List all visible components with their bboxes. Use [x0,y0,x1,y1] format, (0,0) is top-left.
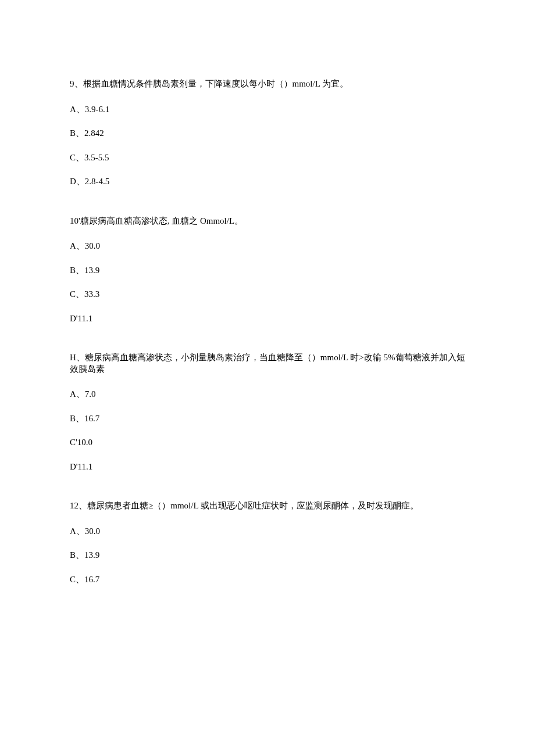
option-c: C'10.0 [70,437,465,449]
question-prompt: 10'糖尿病高血糖高渗状态, 血糖之 Ommol/L。 [70,216,465,227]
question-prompt: 12、糖尿病患者血糖≥（）mmol/L 或出现恶心呕吐症状时，应监测尿酮体，及时… [70,500,465,512]
option-b: B、2.842 [70,128,465,139]
option-c: C、16.7 [70,574,465,586]
option-d: D、2.8-4.5 [70,176,465,188]
page-content: 9、根据血糖情况条件胰岛素剂量，下降速度以每小时（）mmol/L 为宜。 A、3… [0,0,535,648]
option-a: A、7.0 [70,389,465,400]
option-d: D'11.1 [70,313,465,325]
option-d: D'11.1 [70,461,465,473]
question-10: 10'糖尿病高血糖高渗状态, 血糖之 Ommol/L。 A、30.0 B、13.… [70,216,465,325]
option-c: C、3.5-5.5 [70,152,465,164]
option-b: B、13.9 [70,265,465,277]
question-prompt: 9、根据血糖情况条件胰岛素剂量，下降速度以每小时（）mmol/L 为宜。 [70,78,465,90]
question-9: 9、根据血糖情况条件胰岛素剂量，下降速度以每小时（）mmol/L 为宜。 A、3… [70,78,465,188]
option-a: A、3.9-6.1 [70,104,465,116]
option-c: C、33.3 [70,289,465,300]
option-a: A、30.0 [70,526,465,538]
question-prompt: H、糖尿病高血糖高渗状态，小剂量胰岛素治疗，当血糖降至（）mmol/L 时>改输… [70,352,465,375]
question-h: H、糖尿病高血糖高渗状态，小剂量胰岛素治疗，当血糖降至（）mmol/L 时>改输… [70,352,465,472]
option-a: A、30.0 [70,241,465,252]
question-12: 12、糖尿病患者血糖≥（）mmol/L 或出现恶心呕吐症状时，应监测尿酮体，及时… [70,500,465,585]
option-b: B、13.9 [70,550,465,561]
option-b: B、16.7 [70,413,465,425]
